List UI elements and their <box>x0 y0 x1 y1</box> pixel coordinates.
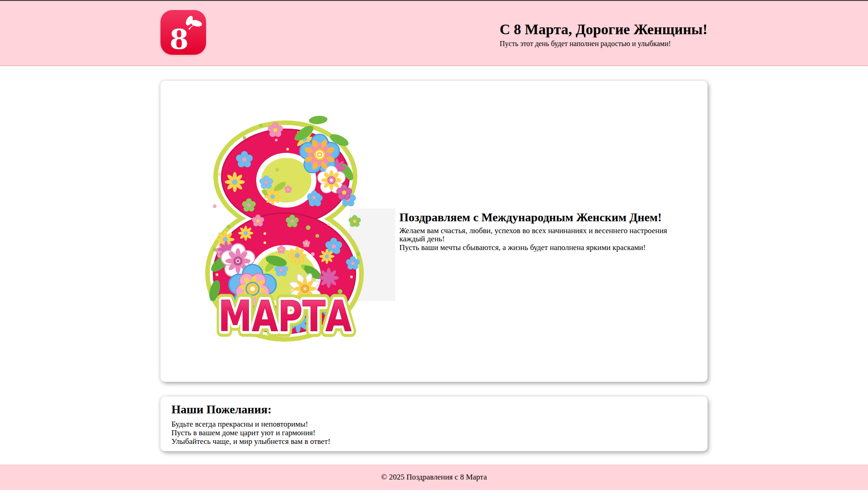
brand-logo: 8 <box>160 10 206 55</box>
wish-line-3: Улыбайтесь чаще, и мир улыбнется вам в о… <box>171 437 697 446</box>
marta-caption: МАРТА <box>218 292 351 341</box>
leaves-icon <box>182 14 203 33</box>
header-text-block: С 8 Марта, Дорогие Женщины! Пусть этот д… <box>500 21 708 48</box>
greeting-text-block: Поздравляем с Международным Женским Днем… <box>399 211 697 252</box>
header-container: 8 С 8 Марта, Дорогие Женщины! Пусть этот… <box>160 1 708 65</box>
march8-artwork: 8 <box>171 113 399 350</box>
page-header: 8 С 8 Марта, Дорогие Женщины! Пусть этот… <box>0 1 868 66</box>
page-title: С 8 Марта, Дорогие Женщины! <box>500 21 708 37</box>
greeting-card: 8 <box>160 81 708 382</box>
greeting-heading: Поздравляем с Международным Женским Днем… <box>399 211 686 224</box>
main-content: 8 <box>0 66 868 464</box>
wishes-card: Наши Пожелания: Будьте всегда прекрасны … <box>160 396 708 451</box>
wish-line-1: Будьте всегда прекрасны и неповторимы! <box>171 420 697 428</box>
wish-line-2: Пусть в вашем доме царит уют и гармония! <box>171 428 697 437</box>
greeting-line-2: Пусть ваши мечты сбываются, а жизнь буде… <box>399 244 686 252</box>
greeting-card-content: 8 <box>160 81 708 382</box>
page-subtitle: Пусть этот день будет наполнен радостью … <box>500 39 708 48</box>
footer-copyright: © 2025 Поздравления с 8 Марта <box>381 473 487 482</box>
greeting-line-1: Желаем вам счастья, любви, успехов во вс… <box>399 227 686 244</box>
march8-artwork-svg: 8 <box>171 113 399 350</box>
wishes-heading: Наши Пожелания: <box>171 403 697 417</box>
page-footer: © 2025 Поздравления с 8 Марта <box>0 464 868 490</box>
